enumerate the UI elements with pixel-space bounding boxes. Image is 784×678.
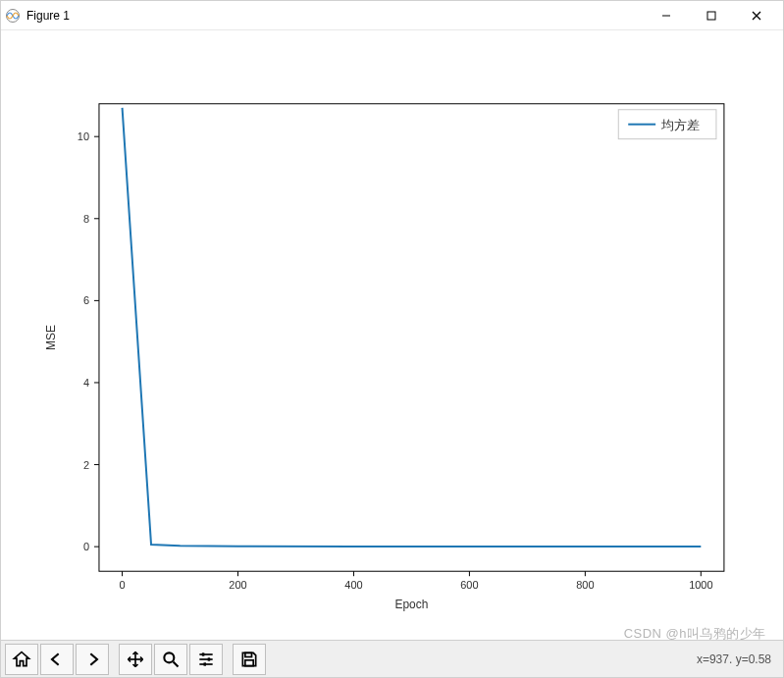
svg-text:0: 0 <box>83 541 89 552</box>
figure-window: Figure 1 020040060080010000246810EpochMS… <box>0 0 784 678</box>
home-button[interactable] <box>5 644 38 675</box>
plot-area[interactable]: 020040060080010000246810EpochMSE均方差 <box>1 30 783 640</box>
matplotlib-toolbar: x=937. y=0.58 <box>1 640 783 677</box>
window-title: Figure 1 <box>26 9 70 23</box>
forward-button[interactable] <box>76 644 109 675</box>
chart: 020040060080010000246810EpochMSE均方差 <box>1 30 783 640</box>
title-bar: Figure 1 <box>1 1 783 30</box>
svg-text:6: 6 <box>83 294 89 306</box>
svg-text:Epoch: Epoch <box>394 598 428 611</box>
svg-text:10: 10 <box>78 130 89 142</box>
svg-text:400: 400 <box>344 579 362 591</box>
svg-rect-5 <box>99 104 724 571</box>
svg-text:8: 8 <box>83 213 89 225</box>
zoom-button[interactable] <box>154 644 187 675</box>
svg-text:2: 2 <box>83 459 89 471</box>
configure-button[interactable] <box>189 644 223 675</box>
save-button[interactable] <box>233 644 266 675</box>
svg-text:800: 800 <box>576 579 594 591</box>
svg-text:600: 600 <box>460 579 478 591</box>
svg-rect-43 <box>208 657 211 660</box>
svg-text:MSE: MSE <box>44 325 58 350</box>
pan-button[interactable] <box>119 644 152 675</box>
svg-text:均方差: 均方差 <box>660 118 700 132</box>
app-icon <box>5 8 21 24</box>
svg-text:1000: 1000 <box>689 579 712 591</box>
back-button[interactable] <box>40 644 74 675</box>
svg-rect-2 <box>707 12 715 20</box>
svg-text:4: 4 <box>83 377 89 389</box>
minimize-button[interactable] <box>644 1 689 30</box>
svg-point-37 <box>164 652 174 662</box>
svg-rect-42 <box>202 652 205 655</box>
svg-text:0: 0 <box>120 579 126 591</box>
cursor-coords: x=937. y=0.58 <box>697 652 779 666</box>
svg-rect-44 <box>204 662 207 665</box>
svg-rect-46 <box>245 659 253 665</box>
svg-rect-45 <box>245 652 252 656</box>
maximize-button[interactable] <box>689 1 734 30</box>
close-button[interactable] <box>734 1 779 30</box>
svg-text:200: 200 <box>229 579 246 591</box>
svg-line-38 <box>174 661 179 666</box>
